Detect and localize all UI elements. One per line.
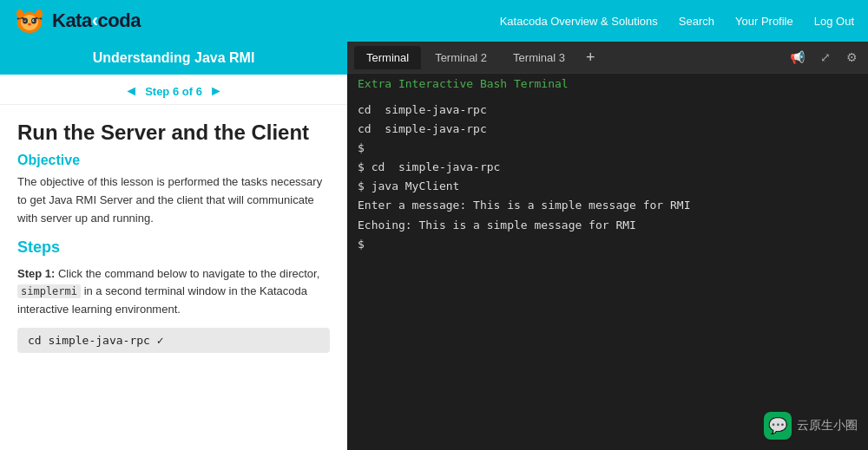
svg-point-8 bbox=[36, 10, 43, 18]
terminal-line-5: $ java MyClient bbox=[358, 177, 858, 196]
terminal-line-6: Enter a message: This is a simple messag… bbox=[358, 196, 858, 215]
logo-text: Kata‹coda bbox=[52, 10, 141, 32]
terminal-icon-buttons: 📢 ⤢ ⚙ bbox=[786, 49, 861, 66]
step1-inline-code: simplermi bbox=[17, 284, 81, 298]
steps-heading: Steps bbox=[17, 238, 330, 257]
terminal-line-8: $ bbox=[358, 235, 858, 254]
nav-search-link[interactable]: Search bbox=[679, 15, 714, 28]
nav-links: Katacoda Overview & Solutions Search You… bbox=[500, 15, 854, 28]
settings-icon[interactable]: ⚙ bbox=[843, 49, 861, 66]
terminal-tabs: Terminal Terminal 2 Terminal 3 + 📢 ⤢ ⚙ bbox=[347, 42, 868, 73]
lesson-title: Understanding Java RMI bbox=[93, 50, 255, 65]
watermark: 💬 云原生小圈 bbox=[764, 412, 858, 440]
megaphone-icon[interactable]: 📢 bbox=[786, 49, 808, 66]
katacoda-logo-icon bbox=[14, 5, 45, 36]
right-panel: Terminal Terminal 2 Terminal 3 + 📢 ⤢ ⚙ E… bbox=[347, 42, 868, 450]
step-indicator: Step 6 of 6 bbox=[145, 85, 202, 98]
svg-point-7 bbox=[16, 10, 23, 18]
next-step-button[interactable]: ► bbox=[209, 83, 223, 99]
fullscreen-icon[interactable]: ⤢ bbox=[817, 49, 834, 66]
terminal-line-0: cd simple-java-rpc bbox=[358, 101, 858, 120]
top-nav: Kata‹coda Katacoda Overview & Solutions … bbox=[0, 0, 868, 42]
command-block[interactable]: cd simple-java-rpc ✓ bbox=[17, 328, 330, 353]
nav-profile-link[interactable]: Your Profile bbox=[735, 15, 793, 28]
left-panel: Understanding Java RMI ◄ Step 6 of 6 ► R… bbox=[0, 42, 347, 450]
objective-text: The objective of this lesson is performe… bbox=[17, 173, 330, 227]
wechat-icon: 💬 bbox=[764, 412, 792, 440]
main-layout: Understanding Java RMI ◄ Step 6 of 6 ► R… bbox=[0, 42, 868, 450]
prev-step-button[interactable]: ◄ bbox=[124, 83, 138, 99]
terminal-body[interactable]: cd simple-java-rpc cd simple-java-rpc $ … bbox=[347, 94, 868, 450]
terminal-tab-1[interactable]: Terminal bbox=[354, 46, 421, 69]
lesson-title-bar: Understanding Java RMI bbox=[0, 42, 347, 75]
terminal-tab-2[interactable]: Terminal 2 bbox=[423, 46, 499, 69]
terminal-line-4: $ cd simple-java-rpc bbox=[358, 158, 858, 177]
step-nav: ◄ Step 6 of 6 ► bbox=[0, 75, 347, 105]
objective-heading: Objective bbox=[17, 153, 330, 168]
terminal-line-3: $ bbox=[358, 139, 858, 158]
logo: Kata‹coda bbox=[14, 5, 141, 36]
nav-logout-link[interactable]: Log Out bbox=[814, 15, 854, 28]
watermark-text: 云原生小圈 bbox=[797, 415, 858, 436]
step1-text: Step 1: Click the command below to navig… bbox=[17, 265, 330, 319]
step1-label: Step 1: bbox=[17, 267, 55, 280]
terminal-header: Extra Interactive Bash Terminal bbox=[347, 73, 868, 94]
nav-overview-link[interactable]: Katacoda Overview & Solutions bbox=[500, 15, 658, 28]
terminal-line-7: Echoing: This is a simple message for RM… bbox=[358, 216, 858, 235]
page-title: Run the Server and the Client bbox=[17, 119, 330, 146]
command-text: cd simple-java-rpc ✓ bbox=[28, 334, 164, 347]
add-terminal-button[interactable]: + bbox=[579, 49, 602, 65]
terminal-header-text: Extra Interactive Bash Terminal bbox=[358, 77, 569, 90]
terminal-tab-3[interactable]: Terminal 3 bbox=[501, 46, 577, 69]
svg-point-6 bbox=[28, 23, 31, 26]
content-area: Run the Server and the Client Objective … bbox=[0, 105, 347, 450]
terminal-line-2: cd simple-java-rpc bbox=[358, 120, 858, 139]
